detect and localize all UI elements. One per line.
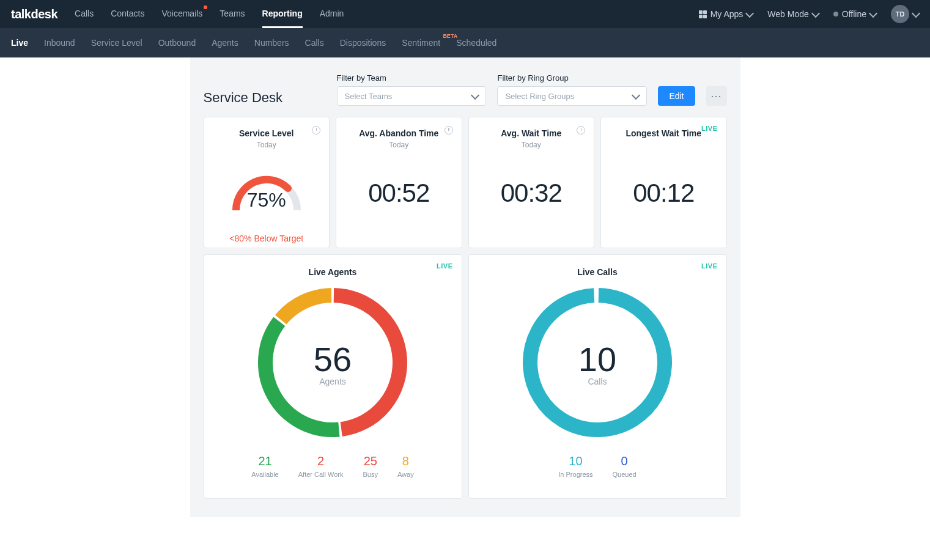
subnav-outbound[interactable]: Outbound (158, 38, 196, 48)
kpi-value: 00:52 (345, 179, 453, 208)
dashboard: Service Desk Filter by Team Select Teams… (190, 57, 740, 517)
filter-team-select[interactable]: Select Teams (337, 86, 487, 106)
legend-label: Queued (613, 471, 637, 478)
legend-label: Busy (363, 471, 378, 478)
kpi-title: Avg. Abandon Time (345, 128, 453, 138)
subnav-sentiment[interactable]: SentimentBETA (402, 38, 440, 48)
chevron-down-icon (811, 9, 820, 17)
nav-voicemails[interactable]: Voicemails (161, 1, 202, 28)
kpi-subtitle (610, 141, 718, 149)
legend-value: 8 (397, 454, 414, 468)
chevron-down-icon (745, 9, 754, 17)
donut-total: 56 (314, 339, 352, 379)
nav-calls[interactable]: Calls (75, 1, 94, 28)
legend-item: 25Busy (363, 454, 378, 478)
below-target-note: <80% Below Target (213, 234, 321, 243)
filter-team-label: Filter by Team (337, 73, 487, 83)
chevron-down-icon (632, 90, 640, 99)
legend-item: 21Available (251, 454, 278, 478)
card-title: Live Agents (216, 267, 449, 277)
card-title: Live Calls (481, 267, 714, 277)
live-calls-card[interactable]: LIVE Live Calls 10 Calls 10In Progress0Q… (468, 254, 727, 499)
subnav-scheduled[interactable]: Scheduled (456, 38, 496, 48)
status-dot-icon (833, 12, 838, 17)
main-nav: CallsContactsVoicemailsTeamsReportingAdm… (75, 1, 699, 28)
top-right-controls: My Apps Web Mode Offline TD (699, 5, 919, 23)
kpi-subtitle: Today (213, 141, 321, 149)
kpi-service-level-card[interactable]: Service Level Today 75% <80% Below Targe… (204, 117, 330, 248)
kpi-longest-wait-card[interactable]: LIVE Longest Wait Time 00:12 (600, 117, 727, 248)
nav-admin[interactable]: Admin (320, 1, 344, 28)
nav-teams[interactable]: Teams (220, 1, 245, 28)
clock-icon (445, 126, 453, 134)
my-apps-menu[interactable]: My Apps (699, 9, 753, 19)
beta-badge: BETA (443, 33, 457, 39)
clock-icon (577, 126, 585, 134)
kpi-value: 00:12 (610, 179, 718, 208)
chevron-down-icon (869, 9, 877, 17)
legend-label: Away (397, 471, 414, 478)
legend-value: 2 (298, 454, 344, 468)
subnav-calls[interactable]: Calls (305, 38, 324, 48)
kpi-wait-time-card[interactable]: Avg. Wait Time Today 00:32 (468, 117, 595, 248)
kpi-subtitle: Today (478, 141, 586, 149)
kpi-title: Avg. Wait Time (478, 128, 586, 138)
dashboard-title: Service Desk (204, 90, 326, 106)
reporting-subnav: LiveInboundService LevelOutboundAgentsNu… (0, 28, 930, 57)
legend-item: 0Queued (613, 454, 637, 478)
gauge-value: 75% (224, 189, 309, 210)
legend-item: 2After Call Work (298, 454, 344, 478)
chevron-down-icon (912, 9, 920, 17)
service-level-gauge: 75% (224, 161, 309, 210)
subnav-service-level[interactable]: Service Level (91, 38, 142, 48)
brand-logo: talkdesk (11, 7, 57, 21)
kpi-abandon-time-card[interactable]: Avg. Abandon Time Today 00:52 (336, 117, 462, 248)
live-badge: LIVE (701, 125, 717, 132)
subnav-numbers[interactable]: Numbers (254, 38, 289, 48)
edit-button[interactable]: Edit (658, 86, 695, 106)
user-avatar-menu[interactable]: TD (891, 5, 919, 23)
live-agents-donut: 56 Agents (253, 283, 412, 442)
live-agents-card[interactable]: LIVE Live Agents 56 Agents 21Available2A… (204, 254, 462, 499)
web-mode-menu[interactable]: Web Mode (767, 9, 818, 19)
live-badge: LIVE (437, 262, 452, 270)
clock-icon (312, 126, 320, 134)
presence-status-menu[interactable]: Offline (833, 9, 876, 19)
donut-total: 10 (578, 339, 616, 379)
legend-value: 10 (558, 454, 592, 468)
kpi-value: 00:32 (478, 179, 586, 208)
more-options-button[interactable]: ··· (706, 86, 727, 106)
subnav-dispositions[interactable]: Dispositions (340, 38, 386, 48)
avatar: TD (891, 5, 909, 23)
live-calls-donut: 10 Calls (518, 283, 677, 442)
apps-grid-icon (699, 10, 707, 18)
subnav-live[interactable]: Live (11, 38, 28, 48)
kpi-subtitle: Today (345, 141, 453, 149)
legend-item: 8Away (397, 454, 414, 478)
subnav-inbound[interactable]: Inbound (44, 38, 75, 48)
live-calls-legend: 10In Progress0Queued (481, 454, 714, 478)
filter-ring-select[interactable]: Select Ring Groups (497, 86, 647, 106)
legend-label: In Progress (558, 471, 592, 478)
legend-value: 0 (613, 454, 637, 468)
legend-value: 21 (251, 454, 278, 468)
filter-ring-label: Filter by Ring Group (497, 73, 647, 83)
nav-contacts[interactable]: Contacts (111, 1, 144, 28)
live-badge: LIVE (701, 262, 717, 270)
subnav-agents[interactable]: Agents (212, 38, 238, 48)
legend-label: After Call Work (298, 471, 344, 478)
legend-item: 10In Progress (558, 454, 592, 478)
live-agents-legend: 21Available2After Call Work25Busy8Away (216, 454, 449, 478)
notification-dot-icon (204, 6, 207, 9)
legend-label: Available (251, 471, 278, 478)
nav-reporting[interactable]: Reporting (262, 1, 303, 28)
legend-value: 25 (363, 454, 378, 468)
top-nav-bar: talkdesk CallsContactsVoicemailsTeamsRep… (0, 0, 930, 28)
kpi-title: Service Level (213, 128, 321, 138)
chevron-down-icon (471, 90, 479, 99)
